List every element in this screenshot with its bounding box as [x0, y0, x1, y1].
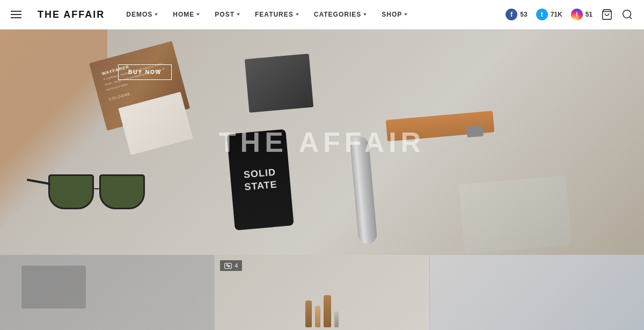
nav-item-categories[interactable]: CATEGORIES — [309, 6, 372, 23]
bottles-arrangement — [305, 295, 339, 327]
nav-item-post[interactable]: POST — [209, 6, 245, 23]
site-logo[interactable]: THE AFFAIR — [38, 9, 105, 20]
twitter-icon: t — [536, 9, 548, 20]
sunglass-lens-left — [48, 174, 94, 209]
hamburger-menu-icon[interactable] — [11, 11, 21, 18]
solid-state-label: SOLIDSTATE — [243, 166, 277, 194]
nav-item-demos[interactable]: DEMOS — [121, 6, 163, 23]
chevron-down-icon — [155, 13, 158, 16]
chevron-down-icon — [196, 13, 200, 16]
bottle-2 — [315, 306, 320, 327]
search-button[interactable] — [621, 9, 633, 20]
strap-buckle — [466, 126, 484, 138]
thumbnail-3[interactable] — [430, 255, 644, 330]
nav-right: f 53 t 71K i 51 — [506, 9, 633, 20]
twitter-button[interactable]: t 71K — [536, 9, 562, 20]
hero-title-overlay: THE AFFAIR — [219, 126, 425, 158]
light-box — [459, 175, 572, 254]
hero-background: WAYFARER A confident, heady fusion of to… — [0, 30, 644, 255]
image-gallery-icon — [224, 263, 232, 269]
sunglass-lens-right — [99, 174, 145, 209]
dark-box — [245, 54, 313, 113]
thumbnail-2[interactable]: 4 — [214, 255, 429, 330]
nav-menu: DEMOS HOME POST FEATURES CATEGORIES SHOP — [121, 6, 413, 23]
bottle-1 — [305, 300, 312, 327]
nav-item-shop[interactable]: SHOP — [376, 6, 413, 23]
svg-point-1 — [623, 10, 631, 18]
bottle-4 — [334, 311, 339, 327]
hero-section: WAYFARER A confident, heady fusion of to… — [0, 30, 644, 255]
instagram-button[interactable]: i 51 — [571, 9, 592, 20]
chevron-down-icon — [404, 13, 407, 16]
sunglass-arm-left — [27, 179, 51, 185]
facebook-button[interactable]: f 53 — [506, 9, 527, 20]
image-count-badge: 4 — [220, 260, 242, 271]
instagram-icon: i — [571, 9, 583, 20]
sunglasses — [43, 164, 172, 228]
svg-line-2 — [630, 17, 632, 19]
buy-now-button[interactable]: BUY NOW — [118, 64, 172, 80]
nav-left: THE AFFAIR DEMOS HOME POST FEATURES CATE… — [11, 6, 413, 23]
bottle-3 — [324, 295, 331, 327]
chevron-down-icon — [237, 13, 240, 16]
chevron-down-icon — [363, 13, 367, 16]
sunglass-frame — [48, 174, 156, 217]
chevron-down-icon — [296, 13, 299, 16]
facebook-icon: f — [506, 9, 517, 20]
cart-button[interactable] — [601, 9, 613, 20]
thumb-1-item — [21, 266, 86, 309]
navbar: THE AFFAIR DEMOS HOME POST FEATURES CATE… — [0, 0, 644, 30]
thumbnail-row: 4 — [0, 255, 644, 330]
thumbnail-1[interactable] — [0, 255, 214, 330]
nav-item-features[interactable]: FEATURES — [250, 6, 304, 23]
hero-title: THE AFFAIR — [219, 126, 425, 158]
nav-item-home[interactable]: HOME — [167, 6, 205, 23]
